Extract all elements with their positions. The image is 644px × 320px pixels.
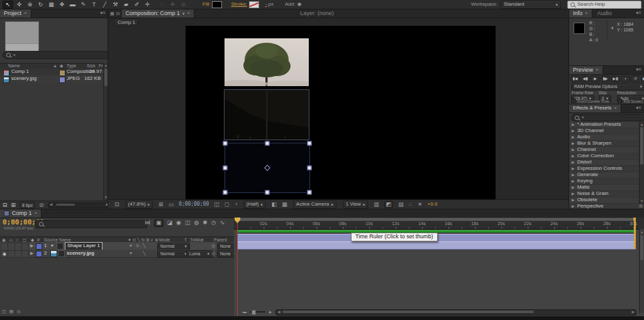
timeline-zoom-slider[interactable]: [250, 311, 265, 312]
show-snapshot-icon[interactable]: ◻: [225, 202, 229, 208]
project-row-comp1[interactable]: Comp 1 Composition 29.97 ⧉: [0, 69, 103, 75]
bit-depth-button[interactable]: 8 bpc: [19, 202, 35, 209]
sort-arrow-icon[interactable]: ▲: [53, 63, 57, 69]
track-z-camera-icon[interactable]: ⊙: [179, 1, 188, 9]
draft-3d-icon[interactable]: ◪: [167, 220, 173, 226]
blend-mode-select[interactable]: Normal▾: [157, 250, 190, 258]
resolution-select[interactable]: (Half)▾: [243, 201, 266, 209]
hand-tool[interactable]: ✜: [14, 1, 24, 9]
anchor-point[interactable]: [264, 165, 270, 171]
expand-arrow-icon[interactable]: ▶: [572, 173, 575, 177]
new-folder-icon[interactable]: ⊞: [11, 202, 16, 209]
tab-composition[interactable]: Composition: Comp 1 ▾ ×: [122, 9, 195, 18]
label-column-icon[interactable]: ◆: [60, 63, 63, 69]
exposure-icon[interactable]: ☀: [418, 202, 423, 208]
close-icon[interactable]: ×: [187, 11, 191, 16]
loop-button[interactable]: ↺: [631, 75, 640, 82]
playhead-line[interactable]: [237, 223, 238, 316]
parent-pickwhip-icon[interactable]: ◎: [211, 243, 215, 248]
close-icon[interactable]: ×: [614, 106, 617, 111]
selection-handle[interactable]: [223, 166, 228, 170]
timeline-button-icon[interactable]: ▤: [398, 202, 404, 208]
dark-scenery-layer[interactable]: [225, 90, 309, 140]
choose-grid-guides-icon[interactable]: ⊞: [158, 202, 164, 208]
tab-audio[interactable]: Audio: [592, 9, 617, 18]
zoom-out-mountain-icon[interactable]: ▬: [243, 310, 247, 314]
close-icon[interactable]: ×: [596, 67, 599, 73]
parent-pickwhip-icon[interactable]: ◎: [211, 251, 215, 256]
expand-arrow-icon[interactable]: ▶: [572, 160, 575, 165]
expand-arrow-icon[interactable]: ▶: [30, 251, 33, 256]
timeline-vscrollbar[interactable]: ▲: [639, 229, 644, 313]
brush-tool[interactable]: ╱: [100, 1, 109, 9]
motion-blur-icon[interactable]: ◍: [194, 220, 199, 226]
interpret-footage-icon[interactable]: ⊟: [3, 202, 8, 209]
orbit-camera-icon[interactable]: ◌: [157, 1, 167, 9]
region-of-interest-icon[interactable]: ◧: [272, 202, 277, 208]
full-screen-checkbox[interactable]: [618, 99, 622, 103]
label-color-swatch[interactable]: [59, 77, 65, 83]
comp-breadcrumb[interactable]: Comp 1: [114, 19, 138, 26]
lock-toggle[interactable]: [21, 250, 29, 258]
lock-panel-icon[interactable]: ⊟: [116, 11, 120, 16]
expand-arrow-icon[interactable]: ▶: [572, 204, 575, 209]
frame-blending-icon[interactable]: ◫: [185, 220, 191, 226]
transparency-grid-icon[interactable]: ▦: [282, 202, 287, 208]
expand-arrow-icon[interactable]: ▶: [572, 129, 575, 133]
effects-search-input[interactable]: ▾: [571, 114, 644, 121]
selection-tool[interactable]: ↖: [3, 1, 13, 9]
eraser-tool[interactable]: ▰: [121, 1, 131, 9]
auto-keyframe-icon[interactable]: ◷: [211, 220, 216, 226]
work-area-end-bracket[interactable]: [634, 218, 636, 249]
stroke-width-value[interactable]: -: [265, 2, 267, 8]
panel-menu-icon[interactable]: ▾≡: [633, 9, 644, 18]
selection-handle[interactable]: [223, 141, 228, 146]
puppet-pin-tool[interactable]: ✛: [143, 1, 152, 9]
tree-image-layer[interactable]: [225, 38, 309, 86]
panel-menu-icon[interactable]: ▾≡: [633, 104, 644, 113]
magnification-select[interactable]: (47.8%)▾: [125, 201, 153, 209]
type-tool[interactable]: T: [89, 1, 99, 9]
selection-handle[interactable]: [265, 141, 270, 146]
blend-switch-icon[interactable]: ╲: [143, 243, 145, 248]
expand-arrow-icon[interactable]: ▶: [572, 185, 575, 190]
work-area-bar[interactable]: [237, 218, 636, 221]
selection-handle[interactable]: [308, 166, 312, 170]
fast-previews-icon[interactable]: ◩: [384, 201, 394, 209]
time-ruler[interactable]: 02s04s06s08s10s12s14s16s18s20s22s24s26s2…: [234, 218, 644, 229]
project-row-scenery[interactable]: scenery.jpg JPEG 162 KB: [0, 75, 103, 82]
timeline-hscrollbar[interactable]: ◀ ▶: [275, 309, 636, 316]
flowchart-button-icon[interactable]: ∴: [409, 202, 413, 208]
roto-brush-tool[interactable]: ✐: [132, 1, 142, 9]
zoom-slider-thumb[interactable]: [252, 310, 256, 315]
brainstorm-icon[interactable]: ✺: [203, 220, 208, 226]
expand-layer-switches-icon[interactable]: ◫: [2, 309, 6, 314]
layer-row-scenery[interactable]: ◉ ▶ 2 scenery.jpg ✦ ╲ Normal▾ Luma▾ ◎ No…: [0, 250, 234, 258]
graph-editor-icon[interactable]: ∿: [220, 220, 225, 226]
panel-resize-grip-icon[interactable]: ⊞: [639, 204, 643, 209]
stroke-color-swatch[interactable]: [249, 1, 259, 8]
expand-arrow-icon[interactable]: ▶: [572, 167, 575, 171]
zoom-in-mountain-icon[interactable]: ▲: [268, 309, 272, 314]
first-frame-button[interactable]: ▮◀: [570, 75, 580, 82]
panel-menu-icon[interactable]: ▾≡: [633, 66, 644, 74]
expand-arrow-icon[interactable]: ▶: [572, 148, 575, 152]
tab-layer[interactable]: Layer: (none): [295, 9, 339, 18]
layer-name[interactable]: scenery.jpg: [67, 251, 94, 257]
tab-timeline-comp1[interactable]: Comp 1 ×: [0, 209, 42, 218]
comp-mini-flowchart-icon[interactable]: ⋈: [145, 220, 150, 226]
rotation-tool[interactable]: ↻: [36, 1, 45, 9]
delete-icon[interactable]: ⊘: [39, 202, 44, 209]
expand-arrow-icon[interactable]: ▶: [572, 141, 575, 146]
timeline-search-input[interactable]: [35, 220, 147, 228]
fill-color-swatch[interactable]: [212, 1, 222, 8]
expand-arrow-icon[interactable]: ▶: [572, 198, 575, 202]
expand-arrow-icon[interactable]: ▶: [30, 243, 33, 248]
live-update-icon[interactable]: ▣: [154, 219, 164, 227]
expand-arrow-icon[interactable]: ▶: [572, 135, 575, 140]
quality-switch-icon[interactable]: ✦: [129, 251, 133, 256]
thumbnail-toggle-icon[interactable]: [57, 243, 64, 250]
from-current-time-checkbox[interactable]: [571, 99, 575, 103]
project-search-input[interactable]: ▾: [3, 51, 111, 59]
close-icon[interactable]: ×: [35, 211, 38, 216]
